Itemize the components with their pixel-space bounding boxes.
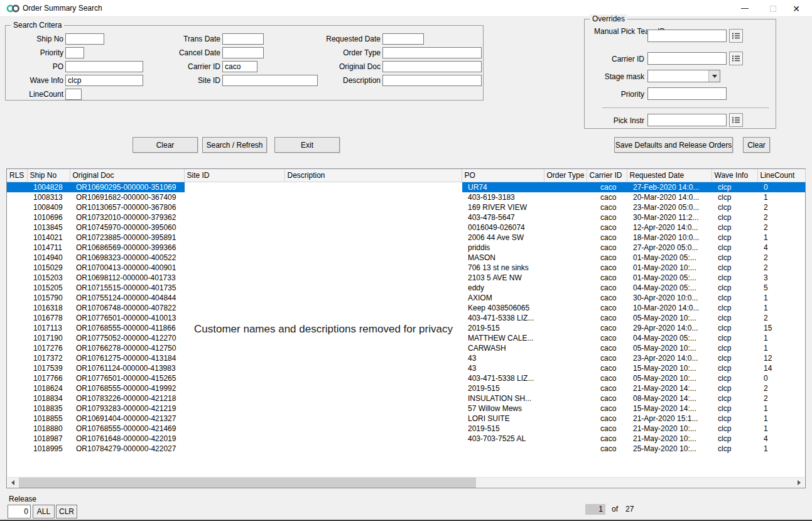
carrier-id-input[interactable] — [222, 61, 257, 72]
requested-date-input[interactable] — [382, 33, 424, 45]
cancel-date-input[interactable] — [222, 47, 264, 58]
cell-rls — [7, 303, 27, 313]
carrier-id-browse-button[interactable] — [729, 52, 743, 65]
release-all-button[interactable]: ALL — [33, 505, 55, 518]
manual-pick-browse-button[interactable] — [729, 29, 743, 43]
cell-line_count: 1 — [757, 424, 805, 434]
cell-line_count: 2 — [757, 313, 805, 323]
original-doc-input[interactable] — [382, 61, 482, 72]
cell-order_type — [544, 192, 587, 202]
clear-button[interactable]: Clear — [133, 137, 198, 153]
column-header-site_id[interactable]: Site ID — [184, 169, 284, 182]
release-clr-button[interactable]: CLR — [56, 505, 77, 518]
column-header-carrier_id[interactable]: Carrier ID — [587, 169, 627, 182]
column-header-ship_no[interactable]: Ship No — [27, 169, 70, 182]
overrides-priority-input[interactable] — [647, 87, 727, 100]
search-refresh-button[interactable]: Search / Refresh — [202, 137, 267, 153]
trans-date-label: Trans Date — [119, 35, 220, 43]
list-icon — [732, 116, 740, 124]
cell-po: 2019-515 — [462, 383, 544, 393]
stage-mask-dropdown-button[interactable] — [708, 70, 720, 82]
column-header-po[interactable]: PO — [462, 169, 544, 182]
cell-wave_info: clcp — [712, 212, 757, 222]
cell-line_count: 1 — [757, 403, 805, 414]
cell-po: 2103 5 AVE NW — [462, 273, 544, 283]
scroll-left-button[interactable] — [8, 478, 18, 488]
overrides-legend: Overrides — [590, 14, 627, 23]
cell-line_count: 12 — [757, 353, 805, 363]
po-label: PO — [6, 62, 63, 71]
cell-po: 57 Willow Mews — [462, 403, 544, 414]
cell-requested_date: 15-May-2020 10:... — [627, 363, 712, 373]
column-header-line_count[interactable]: LineCount — [757, 169, 805, 182]
pick-instr-browse-button[interactable] — [729, 113, 743, 127]
maximize-button[interactable] — [762, 0, 784, 17]
cell-original_doc: OR10776501-000000-410013 — [70, 313, 184, 323]
manual-pick-team-id-label: Manual Pick Team ID — [594, 27, 644, 36]
column-header-description[interactable]: Description — [284, 169, 462, 182]
cell-line_count: 2 — [757, 222, 805, 233]
cell-po: AXIOM — [462, 293, 544, 303]
cancel-date-label: Cancel Date — [119, 48, 220, 57]
cell-original_doc: OR10691404-000000-421327 — [70, 414, 184, 424]
order-type-label: Order Type — [276, 48, 381, 57]
cell-original_doc: OR10775052-000000-412270 — [70, 333, 184, 343]
cell-order_type — [544, 424, 587, 434]
cell-carrier_id: caco — [587, 333, 627, 343]
order-type-input[interactable] — [382, 47, 482, 58]
line-count-input[interactable] — [65, 89, 82, 100]
page-total: 27 — [625, 505, 634, 513]
cell-wave_info: clcp — [712, 293, 757, 303]
cell-po: priddis — [462, 243, 544, 253]
cell-ship_no: 1014711 — [27, 243, 70, 253]
cell-original_doc: OR10698112-000000-401733 — [70, 273, 184, 283]
cell-po: 403-478-5647 — [462, 212, 544, 222]
cell-order_type — [544, 313, 587, 323]
overrides-carrier-id-input[interactable] — [647, 52, 727, 65]
cell-order_type — [544, 383, 587, 393]
exit-button[interactable]: Exit — [274, 137, 340, 153]
column-header-requested_date[interactable]: Requested Date — [627, 169, 712, 182]
stage-mask-select[interactable] — [647, 70, 720, 82]
cell-po: 706 13 st ne sinks — [462, 263, 544, 273]
cell-rls — [7, 263, 27, 273]
cell-wave_info: clcp — [712, 414, 757, 424]
cell-line_count: 2 — [757, 212, 805, 222]
cell-ship_no: 1015790 — [27, 293, 70, 303]
column-header-rls[interactable]: RLS — [7, 169, 27, 182]
cell-original_doc: OR10690295-000000-351069 — [70, 182, 184, 192]
pick-instr-input[interactable] — [647, 114, 727, 126]
original-doc-label: Original Doc — [276, 62, 381, 71]
priority-input[interactable] — [65, 47, 84, 58]
manual-pick-team-id-input[interactable] — [647, 30, 727, 42]
column-header-wave_info[interactable]: Wave Info — [712, 169, 757, 182]
scroll-right-button[interactable] — [794, 478, 804, 488]
clear-overrides-button[interactable]: Clear — [743, 137, 770, 153]
minimize-button[interactable] — [734, 0, 755, 17]
ship-no-input[interactable] — [65, 33, 104, 45]
cell-order_type — [544, 323, 587, 333]
cell-original_doc: OR10723885-000000-395891 — [70, 233, 184, 243]
horizontal-scrollbar[interactable] — [8, 477, 804, 487]
cell-requested_date: 10-Mar-2020 14:0... — [627, 303, 712, 313]
cell-order_type — [544, 343, 587, 353]
description-input[interactable] — [382, 75, 482, 86]
order-summary-search-window: Order Summary Search ✕ Search Critera Sh… — [0, 0, 812, 521]
save-defaults-release-button[interactable]: Save Defaults and Release Orders — [614, 137, 733, 153]
cell-ship_no: 1017766 — [27, 373, 70, 383]
cell-rls — [7, 222, 27, 233]
trans-date-input[interactable] — [222, 33, 264, 45]
column-header-order_type[interactable]: Order Type — [544, 169, 587, 182]
privacy-overlay: Customer names and descriptions removed … — [185, 182, 462, 476]
cell-po: LORI SUITE — [462, 414, 544, 424]
cell-rls — [7, 353, 27, 363]
cell-requested_date: 04-May-2020 05:... — [627, 283, 712, 293]
cell-carrier_id: caco — [587, 363, 627, 373]
cell-po: MASON — [462, 253, 544, 263]
cell-line_count: 2 — [757, 393, 805, 403]
column-header-original_doc[interactable]: Original Doc — [70, 169, 184, 182]
scrollbar-thumb[interactable] — [19, 478, 476, 488]
list-icon — [732, 54, 740, 63]
release-count-input[interactable] — [8, 505, 31, 518]
close-button[interactable]: ✕ — [786, 0, 807, 17]
